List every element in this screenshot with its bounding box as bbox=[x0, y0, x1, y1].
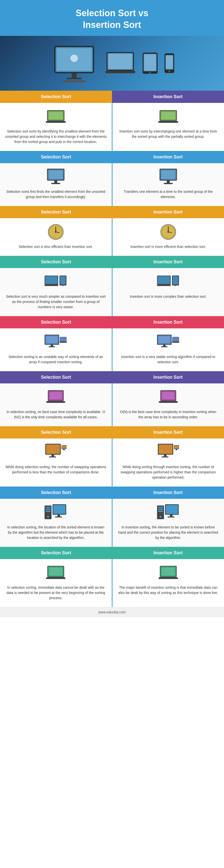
row-7-left-header: Selection Sort bbox=[0, 426, 112, 438]
svg-rect-105 bbox=[55, 517, 62, 518]
svg-rect-35 bbox=[167, 181, 170, 183]
row-5-header: Selection Sort Insertion Sort bbox=[0, 316, 224, 329]
row-2-right-text: Transfers one element at a time to the s… bbox=[118, 189, 219, 199]
svg-rect-118 bbox=[46, 577, 65, 579]
row-5-left-text: Selection sorting is an unstable way of … bbox=[5, 354, 107, 365]
svg-rect-93 bbox=[162, 457, 168, 458]
svg-rect-69 bbox=[159, 336, 170, 343]
section-row-5: Selection Sort Insertion Sort Selection … bbox=[0, 316, 224, 371]
row-2-content: Selection sorts first finds the smallest… bbox=[0, 163, 224, 206]
devices-icon bbox=[157, 273, 180, 290]
section-row-3: Selection Sort Insertion Sort Selection … bbox=[0, 206, 224, 256]
row-2-right-header: Insertion Sort bbox=[112, 151, 224, 163]
svg-rect-9 bbox=[108, 54, 132, 69]
svg-rect-5 bbox=[67, 78, 82, 79]
row-3-right-header: Insertion Sort bbox=[112, 206, 224, 218]
desktop-devices-icon bbox=[44, 333, 67, 351]
svg-rect-121 bbox=[162, 567, 175, 576]
svg-rect-66 bbox=[60, 342, 67, 343]
svg-rect-89 bbox=[63, 449, 65, 450]
row-1-left-header: Selection Sort bbox=[0, 91, 112, 103]
svg-rect-113 bbox=[170, 515, 172, 517]
svg-rect-86 bbox=[49, 457, 56, 458]
svg-rect-10 bbox=[105, 71, 135, 73]
svg-rect-107 bbox=[158, 507, 163, 508]
row-2-left-content: Selection sorts first finds the smallest… bbox=[0, 163, 113, 206]
svg-rect-108 bbox=[158, 509, 163, 510]
svg-point-46 bbox=[167, 231, 169, 233]
laptop-icon bbox=[157, 108, 180, 125]
row-4-left-content: Selection sort is very much simpler as c… bbox=[0, 268, 113, 316]
row-1-content: Selection sort sorts by identifying the … bbox=[0, 103, 224, 151]
svg-rect-49 bbox=[44, 284, 58, 286]
server-icon bbox=[157, 504, 180, 521]
row-5-right-header: Insertion Sort bbox=[112, 316, 224, 329]
svg-rect-70 bbox=[163, 345, 165, 346]
desk-scene bbox=[0, 36, 224, 91]
row-6-left-header: Selection Sort bbox=[0, 371, 112, 383]
svg-rect-117 bbox=[49, 567, 62, 576]
row-9-left-text: In selection sorting, immediate data can… bbox=[5, 585, 107, 601]
row-3-header: Selection Sort Insertion Sort bbox=[0, 206, 224, 218]
svg-rect-99 bbox=[45, 509, 51, 510]
laptop3-icon bbox=[157, 564, 180, 582]
row-6-right-content: O(N) is the best case time complexity in… bbox=[113, 383, 224, 426]
row-9-right-text: The major benefit of insertion sorting i… bbox=[118, 585, 219, 595]
svg-point-110 bbox=[160, 516, 162, 518]
desktop-devices-icon bbox=[157, 333, 180, 351]
row-1-left-content: Selection sort sorts by identifying the … bbox=[0, 103, 113, 151]
row-1-right-content: Insertion sort sorts by interchanging on… bbox=[113, 103, 224, 151]
svg-rect-71 bbox=[161, 346, 167, 347]
row-9-left-header: Selection Sort bbox=[0, 547, 112, 559]
row-8-header: Selection Sort Insertion Sort bbox=[0, 487, 224, 499]
svg-rect-96 bbox=[176, 449, 177, 450]
svg-rect-62 bbox=[51, 345, 53, 346]
svg-rect-92 bbox=[164, 455, 166, 457]
svg-rect-100 bbox=[45, 511, 51, 512]
row-2-left-text: Selection sorts first finds the smallest… bbox=[5, 189, 107, 199]
row-4-left-text: Selection sort is very much simpler as c… bbox=[5, 294, 107, 310]
svg-rect-112 bbox=[166, 505, 178, 514]
row-7-right-header: Insertion Sort bbox=[112, 426, 224, 438]
page-title: Selection Sort vsInsertion Sort bbox=[5, 7, 219, 31]
svg-point-52 bbox=[62, 285, 63, 286]
clock-icon bbox=[157, 223, 180, 241]
svg-rect-114 bbox=[167, 517, 174, 518]
row-4-right-header: Insertion Sort bbox=[112, 256, 224, 268]
row-5-left-header: Selection Sort bbox=[0, 316, 112, 329]
svg-rect-51 bbox=[60, 276, 66, 284]
row-1-header: Selection Sort Insertion Sort bbox=[0, 91, 224, 103]
comparison-section: Selection Sort Insertion Sort Selection … bbox=[0, 91, 224, 607]
hero-image bbox=[0, 36, 224, 91]
row-1-left-text: Selection sort sorts by identifying the … bbox=[5, 129, 107, 145]
svg-rect-77 bbox=[50, 392, 62, 399]
hero-phone-icon bbox=[164, 53, 175, 74]
section-row-8: Selection Sort Insertion Sort In selecti… bbox=[0, 487, 224, 547]
svg-rect-78 bbox=[46, 401, 65, 403]
svg-rect-103 bbox=[53, 505, 65, 514]
section-row-2: Selection Sort Insertion Sort Selection … bbox=[0, 151, 224, 206]
row-9-left-content: In selection sorting, immediate data can… bbox=[0, 559, 113, 607]
row-8-right-content: In insertion sorting, the element to be … bbox=[113, 499, 224, 547]
row-7-header: Selection Sort Insertion Sort bbox=[0, 426, 224, 438]
row-6-right-header: Insertion Sort bbox=[112, 371, 224, 383]
svg-rect-91 bbox=[159, 444, 172, 454]
svg-rect-85 bbox=[52, 455, 54, 457]
laptop2-icon bbox=[44, 389, 67, 406]
svg-rect-122 bbox=[159, 577, 178, 579]
row-3-content: Selection sort is less efficient than in… bbox=[0, 218, 224, 256]
row-8-left-header: Selection Sort bbox=[0, 487, 112, 499]
section-row-4: Selection Sort Insertion Sort Selection … bbox=[0, 256, 224, 316]
svg-rect-22 bbox=[46, 121, 66, 123]
svg-rect-104 bbox=[58, 515, 60, 517]
row-9-content: In selection sorting, immediate data can… bbox=[0, 559, 224, 607]
row-3-left-header: Selection Sort bbox=[0, 206, 112, 218]
row-5-right-text: Insertion sort is a very stable sorting … bbox=[118, 354, 219, 365]
row-6-right-text: O(N) is the best case time complexity in… bbox=[118, 409, 219, 420]
row-6-left-text: In selection sorting, no best case time … bbox=[5, 409, 107, 420]
row-7-content: While doing selection sorting, the numbe… bbox=[0, 438, 224, 487]
svg-rect-26 bbox=[158, 121, 178, 123]
row-9-right-header: Insertion Sort bbox=[112, 547, 224, 559]
monitor-icon bbox=[44, 168, 67, 186]
svg-rect-6 bbox=[63, 80, 85, 82]
